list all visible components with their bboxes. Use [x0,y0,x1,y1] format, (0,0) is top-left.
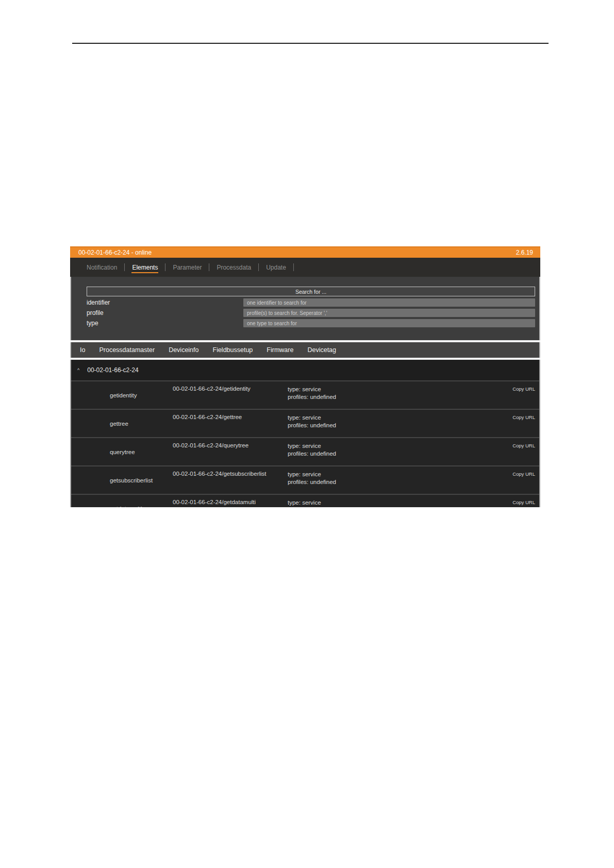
element-type: type: service [288,471,321,477]
copy-url-button[interactable]: Copy URL [512,466,539,494]
element-path: 00-02-01-66-c2-24/getsubscriberlist [173,466,288,494]
identifier-field-row: identifier [87,298,535,307]
tab-parameter[interactable]: Parameter [172,262,202,273]
tab-separator [209,263,209,271]
element-name: getdatamulti [110,506,173,508]
tab-update[interactable]: Update [265,262,287,273]
tab-separator [293,263,294,271]
elements-list: ^ 00-02-01-66-c2-24 getidentity 00-02-01… [70,360,540,507]
element-name: querytree [110,449,173,455]
element-profiles: profiles: undefined [288,479,336,485]
element-name: gettree [110,421,173,427]
copy-url-button[interactable]: Copy URL [512,495,539,507]
element-meta: type: service profiles: undefined [288,410,512,437]
identifier-input[interactable] [243,298,535,307]
element-type: type: service [288,386,321,392]
type-input[interactable] [243,319,535,327]
tab-processdata[interactable]: Processdata [216,262,252,273]
element-name: getsubscriberlist [110,477,173,483]
element-row-querytree[interactable]: querytree 00-02-01-66-c2-24/querytree ty… [71,437,539,465]
page-header-rule [72,43,549,44]
menu-item-devicetag[interactable]: Devicetag [307,346,336,354]
element-profiles: profiles: undefined [288,450,336,457]
element-row-getidentity[interactable]: getidentity 00-02-01-66-c2-24/getidentit… [71,380,539,409]
element-type: type: service [288,499,321,506]
menu-item-firmware[interactable]: Firmware [267,346,293,354]
tree-root-label: 00-02-01-66-c2-24 [87,366,138,374]
search-panel: Search for ... identifier profile type [70,277,540,340]
tab-separator [258,263,259,271]
type-field-row: type [87,319,535,327]
element-name: getidentity [110,392,173,398]
element-type: type: service [288,414,321,421]
type-label: type [87,320,243,327]
device-status-title: 00-02-01-66-c2-24 - online [78,249,152,256]
copy-url-button[interactable]: Copy URL [512,438,539,465]
main-tabbar: Notification Elements Parameter Processd… [70,258,540,277]
element-meta: type: service profiles: undefined [288,495,512,507]
element-row-getsubscriberlist[interactable]: getsubscriberlist 00-02-01-66-c2-24/gets… [71,465,539,494]
tree-root-header[interactable]: ^ 00-02-01-66-c2-24 [71,360,539,380]
copy-url-button[interactable]: Copy URL [512,381,539,409]
element-path: 00-02-01-66-c2-24/getdatamulti [173,495,288,507]
profile-label: profile [87,309,243,316]
element-path: 00-02-01-66-c2-24/getidentity [173,381,288,409]
element-type: type: service [288,443,321,449]
element-profiles: profiles: undefined [288,422,336,428]
element-row-gettree[interactable]: gettree 00-02-01-66-c2-24/gettree type: … [71,409,539,437]
menu-item-processdatamaster[interactable]: Processdatamaster [99,346,155,354]
firmware-version: 2.6.19 [516,249,533,256]
element-meta: type: service profiles: undefined [288,381,512,409]
tab-elements[interactable]: Elements [131,262,158,273]
profile-field-row: profile [87,309,535,317]
element-meta: type: service profiles: undefined [288,438,512,465]
tab-separator [165,263,165,271]
tab-notification[interactable]: Notification [86,262,118,273]
identifier-label: identifier [87,299,243,306]
profile-input[interactable] [243,309,535,317]
menu-item-io[interactable]: Io [80,346,85,354]
menu-item-fieldbussetup[interactable]: Fieldbussetup [213,346,253,354]
search-for-button[interactable]: Search for ... [87,287,535,296]
element-path: 00-02-01-66-c2-24/querytree [173,438,288,465]
tab-separator [124,263,125,271]
device-web-ui-window: 00-02-01-66-c2-24 - online 2.6.19 Notifi… [70,246,540,507]
collapse-caret-icon[interactable]: ^ [77,368,79,373]
element-row-getdatamulti[interactable]: getdatamulti 00-02-01-66-c2-24/getdatamu… [71,494,539,507]
element-profiles: profiles: undefined [288,394,336,400]
element-path: 00-02-01-66-c2-24/gettree [173,410,288,437]
menu-item-deviceinfo[interactable]: Deviceinfo [169,346,198,354]
copy-url-button[interactable]: Copy URL [512,410,539,437]
category-menubar: Io Processdatamaster Deviceinfo Fieldbus… [70,342,540,358]
element-meta: type: service profiles: undefined [288,466,512,494]
titlebar: 00-02-01-66-c2-24 - online 2.6.19 [70,246,540,258]
